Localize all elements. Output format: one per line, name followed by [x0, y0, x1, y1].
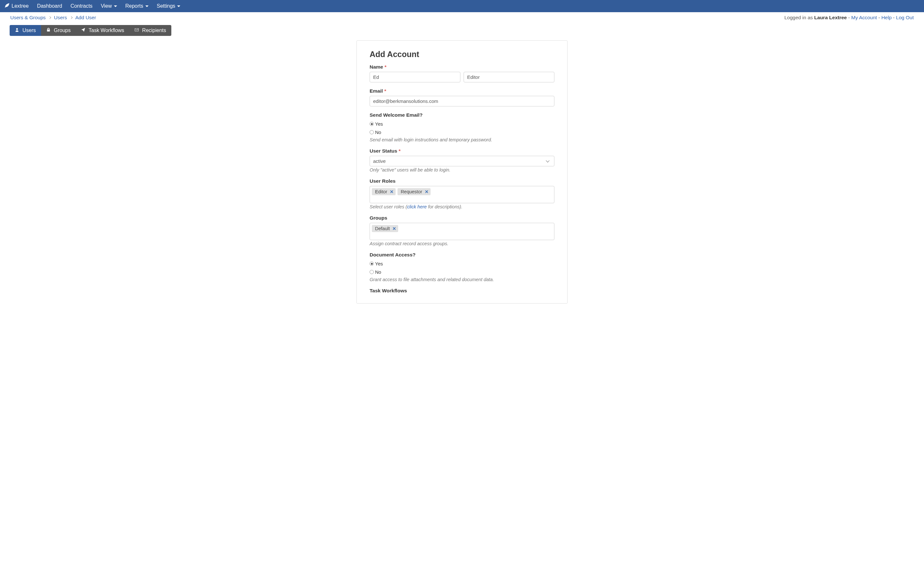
tab-label: Task Workflows [89, 27, 124, 33]
first-name-input[interactable] [370, 72, 460, 82]
remove-tag-icon[interactable]: ✕ [393, 226, 396, 231]
brand-text: Lextree [11, 3, 29, 9]
nav-settings[interactable]: Settings [157, 3, 181, 9]
tag-label: Default [375, 226, 390, 231]
workflows-label: Task Workflows [370, 288, 554, 293]
role-tag: Editor ✕ [372, 188, 396, 195]
nav-contracts[interactable]: Contracts [71, 3, 92, 9]
paper-plane-icon [81, 27, 86, 33]
content: Add Account Name * Email * Send Welcome … [0, 36, 924, 303]
breadcrumb-link[interactable]: Users & Groups [10, 15, 45, 21]
help-link[interactable]: Help [881, 15, 892, 20]
radio-icon [370, 270, 374, 274]
radio-icon [370, 130, 374, 134]
leaf-icon [5, 3, 10, 9]
breadcrumb-link[interactable]: Users [54, 15, 67, 21]
add-account-card: Add Account Name * Email * Send Welcome … [357, 40, 567, 303]
remove-tag-icon[interactable]: ✕ [390, 189, 394, 194]
chevron-right-icon [48, 16, 51, 19]
tab-label: Recipients [142, 27, 166, 33]
logout-link[interactable]: Log Out [896, 15, 914, 20]
envelope-icon [134, 27, 139, 33]
radio-label: Yes [375, 259, 383, 268]
nav-item-label: Contracts [71, 3, 92, 9]
roles-help-link[interactable]: click here [407, 204, 427, 210]
status-label: User Status * [370, 148, 554, 154]
radio-label: No [375, 268, 381, 276]
breadcrumb-link[interactable]: Add User [75, 15, 96, 21]
nav-item-label: Settings [157, 3, 176, 9]
roles-help: Select user roles (click here for descri… [370, 204, 554, 210]
tabs: Users Groups Task Workflows Recipients [10, 25, 924, 36]
status-help: Only "active" users will be able to logi… [370, 167, 554, 172]
welcome-no-radio[interactable]: No [370, 128, 554, 137]
groups-help: Assign contract record access groups. [370, 241, 554, 246]
chevron-right-icon [70, 16, 73, 19]
status-select[interactable]: active [370, 156, 554, 166]
groups-label: Groups [370, 215, 554, 221]
nav-view[interactable]: View [101, 3, 117, 9]
welcome-help: Send email with login instructions and t… [370, 137, 554, 142]
user-name: Laura Lextree [814, 15, 847, 20]
tab-task-workflows[interactable]: Task Workflows [76, 25, 129, 36]
roles-label: User Roles [370, 178, 554, 184]
radio-label: No [375, 128, 381, 137]
tab-users[interactable]: Users [10, 25, 41, 36]
doc-access-label: Document Access? [370, 252, 554, 258]
select-value: active [373, 158, 386, 164]
radio-icon [370, 122, 374, 126]
role-tag: Requestor ✕ [397, 188, 431, 195]
tab-label: Users [23, 27, 36, 33]
required-icon: * [384, 64, 387, 69]
tab-label: Groups [54, 27, 71, 33]
remove-tag-icon[interactable]: ✕ [425, 189, 429, 194]
nav-item-label: Reports [126, 3, 144, 9]
lock-icon [46, 27, 51, 33]
user-info-prefix: Logged in as [784, 15, 814, 20]
sub-bar: Users & Groups Users Add User Logged in … [0, 12, 924, 23]
caret-down-icon [177, 5, 180, 7]
nav-dashboard[interactable]: Dashboard [37, 3, 62, 9]
nav-reports[interactable]: Reports [126, 3, 149, 9]
doc-help: Grant access to file attachments and rel… [370, 277, 554, 282]
tab-recipients[interactable]: Recipients [129, 25, 171, 36]
email-label: Email * [370, 88, 554, 94]
email-input[interactable] [370, 96, 554, 106]
tag-label: Editor [375, 189, 387, 194]
doc-yes-radio[interactable]: Yes [370, 259, 554, 268]
breadcrumb: Users & Groups Users Add User [10, 15, 96, 21]
nav-item-label: Dashboard [37, 3, 62, 9]
user-icon [15, 27, 19, 33]
brand[interactable]: Lextree [5, 3, 29, 9]
welcome-label: Send Welcome Email? [370, 112, 554, 118]
tag-label: Requestor [401, 189, 422, 194]
caret-down-icon [145, 5, 149, 7]
welcome-yes-radio[interactable]: Yes [370, 120, 554, 128]
doc-no-radio[interactable]: No [370, 268, 554, 276]
chevron-down-icon [546, 159, 549, 162]
top-nav: Lextree Dashboard Contracts View Reports… [0, 0, 924, 12]
tab-groups[interactable]: Groups [41, 25, 76, 36]
page-title: Add Account [370, 50, 554, 59]
nav-item-label: View [101, 3, 111, 9]
group-tag: Default ✕ [372, 225, 398, 232]
last-name-input[interactable] [464, 72, 554, 82]
name-label: Name * [370, 64, 554, 70]
caret-down-icon [114, 5, 117, 7]
roles-input[interactable]: Editor ✕ Requestor ✕ [370, 186, 554, 203]
radio-icon [370, 261, 374, 266]
user-info: Logged in as Laura Lextree - My Account … [784, 15, 914, 21]
groups-input[interactable]: Default ✕ [370, 223, 554, 240]
required-icon: * [384, 88, 386, 93]
my-account-link[interactable]: My Account [851, 15, 877, 20]
required-icon: * [399, 148, 401, 153]
radio-label: Yes [375, 120, 383, 128]
